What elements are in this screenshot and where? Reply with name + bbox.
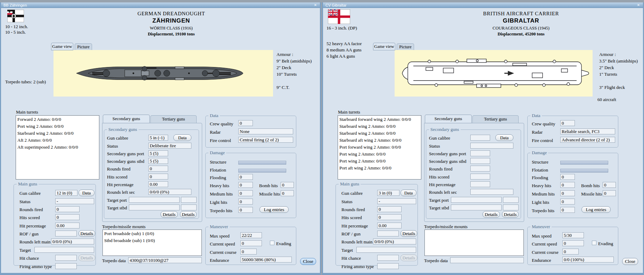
main-rounds-fired-field[interactable]: 0 — [55, 206, 80, 212]
main-firing-ammo-field[interactable] — [55, 263, 77, 269]
main-turrets-list[interactable]: Forward 2 Ammo: 0/0/0Port wing 2 Ammo: 0… — [16, 115, 99, 180]
sec-target-port-aux-field[interactable] — [181, 197, 197, 203]
main-hits-scored-field[interactable]: 0 — [377, 214, 402, 220]
heavy-hits-field[interactable]: 0 — [238, 182, 253, 188]
tab-tertiary-guns[interactable]: Tertiary guns — [150, 115, 197, 123]
radar-field[interactable]: None — [238, 128, 293, 134]
current-course-field[interactable]: 0 — [562, 249, 579, 255]
main-rounds-left-field[interactable]: 0/0/0 (0%) — [373, 239, 416, 244]
sec-rounds-left-field[interactable] — [470, 189, 513, 195]
fire-control-field[interactable]: Central firing (2 of 2) — [238, 137, 293, 143]
main-hit-chance-field[interactable] — [377, 255, 399, 261]
torpedo-hits-field[interactable]: 0 — [238, 207, 253, 213]
sec-hits-scored-field[interactable] — [470, 174, 490, 180]
sec-gun-calibre-field[interactable]: 5 in (-1) — [148, 135, 168, 141]
sec-gun-calibre-field[interactable] — [470, 135, 490, 141]
tab-game-view[interactable]: Game view — [373, 43, 395, 50]
sec-guns-stbd-field[interactable]: 5 (5) — [148, 158, 168, 164]
titlebar[interactable]: CV Gibraltar ✕ — [323, 2, 643, 8]
close-button[interactable]: Close — [300, 258, 316, 265]
torpedo-hits-field[interactable]: 0 — [560, 207, 575, 213]
main-firing-ammo-field[interactable] — [377, 263, 399, 269]
endurance-field[interactable]: 0/0 (100%) — [562, 257, 614, 262]
main-rounds-left-field[interactable]: 0/0/0 (0%) — [51, 239, 94, 244]
crew-quality-field[interactable]: 0 — [238, 120, 253, 126]
main-turrets-list[interactable]: Starboard forward wing 2 Ammo: 0/0/0Star… — [338, 115, 421, 180]
main-hit-chance-field[interactable] — [55, 255, 77, 261]
sec-guns-stbd-field[interactable] — [470, 158, 490, 164]
target-port-details-button[interactable]: Details — [160, 211, 178, 218]
log-entries-button[interactable]: Log entries — [581, 206, 611, 213]
flooding-field[interactable]: 0 — [560, 174, 575, 180]
light-hits-field[interactable]: 0 — [560, 199, 575, 205]
main-guns-data-button[interactable]: Data — [79, 190, 94, 196]
torpedo-mounts-list[interactable] — [424, 230, 524, 256]
main-guns-status-field[interactable]: - — [377, 198, 416, 204]
tab-game-view[interactable]: Game view — [51, 43, 73, 50]
main-rof-field[interactable] — [55, 231, 77, 236]
tab-picture[interactable]: Picture — [397, 43, 414, 50]
titlebar[interactable]: BB Zähringen ✕ — [1, 2, 320, 8]
fire-control-field[interactable]: Advanced director (2 of 2) — [560, 137, 615, 143]
sec-rounds-left-field[interactable]: 0/0/0 (0%) — [148, 189, 191, 195]
sec-hits-scored-field[interactable]: 0 — [148, 174, 168, 180]
window-close-icon[interactable]: ✕ — [313, 3, 318, 7]
tab-secondary-guns[interactable]: Secondary guns — [103, 115, 150, 123]
secondary-guns-data-button[interactable]: Data — [495, 134, 513, 141]
main-rof-details-button[interactable]: Details — [79, 230, 95, 237]
sec-hit-percentage-field[interactable] — [470, 181, 490, 187]
current-speed-field[interactable]: 0 — [562, 240, 584, 246]
sec-guns-port-field[interactable] — [470, 150, 490, 156]
target-stbd-details-button[interactable]: Details — [502, 211, 519, 218]
torpedo-data-field[interactable]: 4300@37/10100@27 — [128, 257, 202, 263]
current-speed-field[interactable]: 0 — [240, 240, 262, 246]
sec-target-stbd-aux-field[interactable] — [181, 205, 197, 210]
medium-hits-field[interactable]: 0 — [560, 190, 575, 196]
main-hits-scored-field[interactable]: 0 — [55, 214, 80, 220]
sec-target-port-field[interactable] — [129, 197, 180, 203]
close-button[interactable]: Close — [622, 258, 638, 265]
evading-checkbox[interactable] — [592, 241, 596, 245]
light-hits-field[interactable]: 0 — [238, 199, 253, 205]
sec-rounds-fired-field[interactable] — [470, 166, 490, 172]
sec-target-stbd-field[interactable] — [129, 205, 180, 210]
medium-hits-field[interactable]: 0 — [238, 190, 253, 196]
log-entries-button[interactable]: Log entries — [259, 206, 289, 213]
target-stbd-details-button[interactable]: Details — [180, 211, 197, 218]
main-gun-calibre-field[interactable]: 3 in (0) — [377, 190, 399, 196]
main-gun-calibre-field[interactable]: 12 in (0) — [55, 190, 77, 196]
max-speed-field[interactable]: 5/30 — [562, 232, 584, 238]
sec-guns-port-field[interactable]: 5 (5) — [148, 150, 168, 156]
torpedo-mounts-list[interactable]: Port broadside (sub) 1 (0/0)Stbd broadsi… — [102, 230, 202, 256]
tab-tertiary-guns[interactable]: Tertiary guns — [472, 115, 519, 123]
tab-picture[interactable]: Picture — [75, 43, 92, 50]
heavy-hits-field[interactable]: 0 — [560, 182, 575, 188]
sec-target-stbd-aux-field[interactable] — [503, 205, 519, 210]
main-hit-percentage-field[interactable]: 0.00 — [55, 223, 80, 228]
sec-status-field[interactable]: Deliberate fire — [148, 143, 191, 149]
sec-target-port-field[interactable] — [451, 197, 502, 203]
target-port-details-button[interactable]: Details — [482, 211, 500, 218]
current-course-field[interactable]: 0 — [240, 249, 257, 255]
radar-field[interactable]: Reliable search, FC3 — [560, 128, 615, 134]
bomb-hits-field[interactable]: 0 — [281, 182, 294, 188]
main-guns-data-button[interactable]: Data — [401, 190, 416, 196]
missile-hits-field[interactable]: 0 — [603, 190, 616, 196]
max-speed-field[interactable]: 22/22 — [240, 232, 262, 238]
missile-hits-field[interactable]: 0 — [281, 190, 294, 196]
main-rounds-fired-field[interactable]: 0 — [377, 206, 402, 212]
sec-rounds-fired-field[interactable]: 0 — [148, 166, 168, 172]
main-rof-field[interactable] — [377, 231, 399, 236]
crew-quality-field[interactable]: 0 — [560, 120, 575, 126]
tab-secondary-guns[interactable]: Secondary guns — [425, 115, 472, 123]
sec-status-field[interactable] — [470, 143, 513, 149]
main-guns-status-field[interactable]: - — [55, 198, 94, 204]
endurance-field[interactable]: 56000/3896 (80%) — [240, 257, 292, 262]
main-target-field[interactable] — [356, 247, 416, 253]
evading-checkbox[interactable] — [270, 241, 274, 245]
sec-target-stbd-field[interactable] — [451, 205, 502, 210]
main-target-field[interactable] — [34, 247, 94, 253]
torpedo-data-field[interactable] — [450, 257, 524, 263]
secondary-guns-data-button[interactable]: Data — [173, 134, 191, 141]
bomb-hits-field[interactable]: 0 — [603, 182, 616, 188]
